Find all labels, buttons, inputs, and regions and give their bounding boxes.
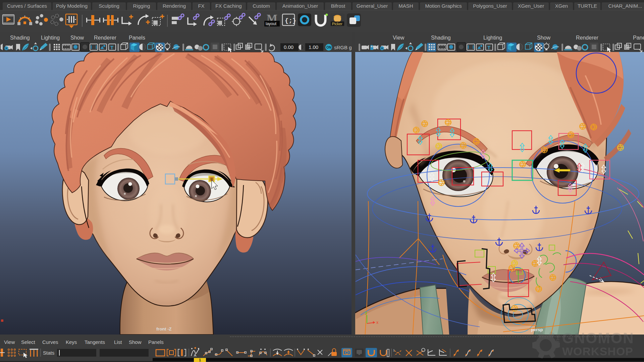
svg-text:x: x <box>376 320 378 325</box>
svg-text:front -Z: front -Z <box>156 326 172 331</box>
svg-text:persp: persp <box>531 327 543 332</box>
svg-text:y: y <box>365 310 367 315</box>
